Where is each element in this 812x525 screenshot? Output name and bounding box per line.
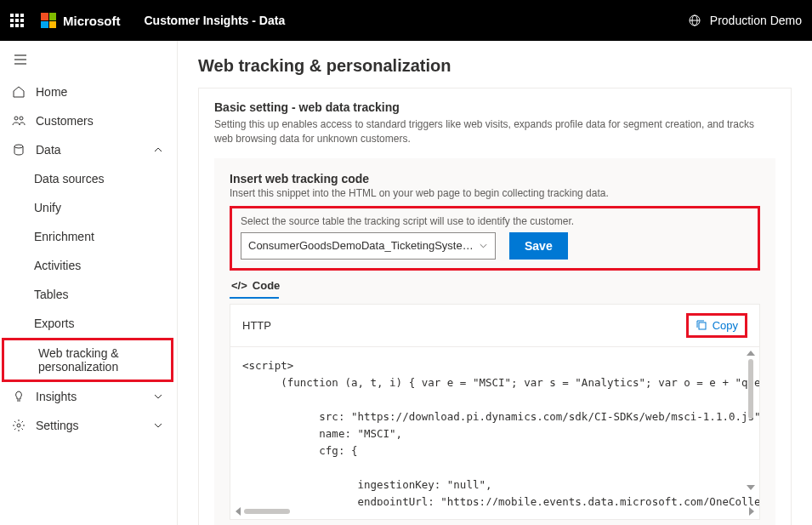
svg-point-8 xyxy=(14,145,23,148)
sidebar-item-enrichment[interactable]: Enrichment xyxy=(0,222,177,251)
svg-rect-10 xyxy=(699,322,706,329)
sidebar-label: Data sources xyxy=(34,172,104,185)
sidebar-item-unify[interactable]: Unify xyxy=(0,193,177,222)
sidebar-item-home[interactable]: Home xyxy=(0,77,177,106)
page-title: Web tracking & personalization xyxy=(198,56,792,76)
highlight-active-nav: Web tracking & personalization xyxy=(2,338,173,382)
sidebar-label: Data xyxy=(36,143,61,157)
copy-label: Copy xyxy=(713,319,738,332)
code-snippet[interactable]: <script> (function (a, t, i) { var e = "… xyxy=(230,347,759,505)
vertical-scrollbar[interactable] xyxy=(744,351,758,509)
sidebar-item-tables[interactable]: Tables xyxy=(0,280,177,309)
sidebar-item-data[interactable]: Data xyxy=(0,135,177,164)
sidebar-label: Enrichment xyxy=(34,230,94,243)
source-table-select[interactable]: ConsumerGoodsDemoData_TicketingSystem_Co… xyxy=(241,232,496,260)
sidebar-item-insights[interactable]: Insights xyxy=(0,382,177,411)
chevron-down-icon xyxy=(479,241,488,251)
sidebar-label: Home xyxy=(36,85,67,99)
brand-text: Microsoft xyxy=(63,14,121,28)
top-bar: Microsoft Customer Insights - Data Produ… xyxy=(0,0,812,41)
svg-point-9 xyxy=(17,424,20,427)
app-title: Customer Insights - Data xyxy=(145,14,286,27)
data-icon xyxy=(12,143,26,157)
settings-card: Basic setting - web data tracking Settin… xyxy=(198,88,792,525)
chevron-up-icon xyxy=(153,145,163,155)
sidebar-item-data-sources[interactable]: Data sources xyxy=(0,164,177,193)
sidebar-toggle[interactable] xyxy=(0,48,177,77)
code-tab[interactable]: </> Code xyxy=(230,271,760,297)
sidebar-item-activities[interactable]: Activities xyxy=(0,251,177,280)
sidebar-item-settings[interactable]: Settings xyxy=(0,411,177,440)
svg-point-7 xyxy=(20,117,23,120)
sidebar: Home Customers Data Data sources Unify E… xyxy=(0,41,178,525)
code-tab-icon: </> xyxy=(231,279,247,292)
insert-title: Insert web tracking code xyxy=(230,172,760,185)
code-tab-label: Code xyxy=(253,279,281,292)
sidebar-label: Web tracking & personalization xyxy=(38,346,157,374)
insert-subtitle: Insert this snippet into the HTML on you… xyxy=(230,187,760,199)
gear-icon xyxy=(12,419,26,432)
chevron-down-icon xyxy=(153,420,163,431)
app-launcher-icon[interactable] xyxy=(10,14,24,27)
source-label: Select the source table the tracking scr… xyxy=(241,215,749,227)
code-language: HTTP xyxy=(242,319,271,332)
sidebar-item-exports[interactable]: Exports xyxy=(0,309,177,338)
sidebar-label: Tables xyxy=(34,288,68,301)
microsoft-logo-icon xyxy=(41,13,56,28)
save-button[interactable]: Save xyxy=(509,232,568,260)
sidebar-item-customers[interactable]: Customers xyxy=(0,106,177,135)
highlight-copy-button: Copy xyxy=(686,313,747,338)
tab-underline xyxy=(230,297,279,299)
environment-icon xyxy=(688,14,701,27)
highlight-source-selector: Select the source table the tracking scr… xyxy=(230,206,760,271)
svg-point-6 xyxy=(14,117,18,120)
sidebar-label: Exports xyxy=(34,317,74,330)
card-title: Basic setting - web data tracking xyxy=(214,100,775,114)
home-icon xyxy=(12,85,26,99)
insights-icon xyxy=(12,390,26,403)
copy-button[interactable]: Copy xyxy=(696,319,738,332)
select-value: ConsumerGoodsDemoData_TicketingSystem_Co… xyxy=(248,239,479,252)
code-panel: HTTP Copy <script> (function (a, t, i) {… xyxy=(230,304,760,520)
sidebar-label: Unify xyxy=(34,201,61,214)
card-description: Setting this up enables access to standa… xyxy=(214,117,775,146)
sidebar-label: Activities xyxy=(34,259,81,272)
sidebar-label: Customers xyxy=(36,114,94,128)
insert-code-panel: Insert web tracking code Insert this sni… xyxy=(214,158,775,525)
horizontal-scrollbar[interactable] xyxy=(230,505,759,519)
copy-icon xyxy=(696,319,707,331)
sidebar-label: Settings xyxy=(36,419,79,432)
chevron-down-icon xyxy=(153,391,163,402)
microsoft-logo: Microsoft xyxy=(41,13,121,28)
main-content: Web tracking & personalization Basic set… xyxy=(178,41,812,525)
environment-name[interactable]: Production Demo xyxy=(710,14,802,27)
sidebar-label: Insights xyxy=(36,390,77,403)
sidebar-item-web-tracking[interactable]: Web tracking & personalization xyxy=(4,340,171,379)
customers-icon xyxy=(12,114,26,128)
